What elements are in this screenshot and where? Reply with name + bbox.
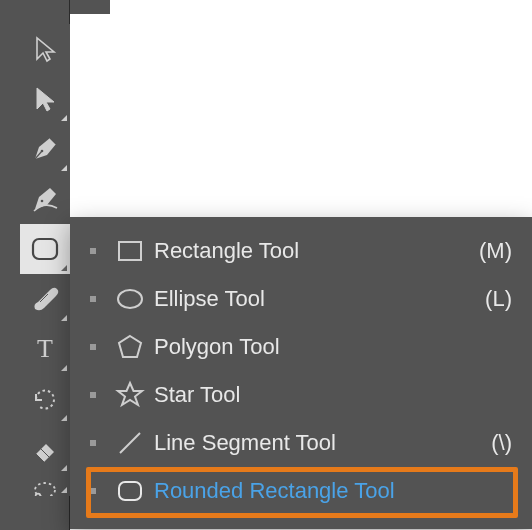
rounded-rectangle-icon <box>29 233 61 265</box>
tearoff-grip-icon <box>90 248 96 254</box>
menu-item-rectangle[interactable]: Rectangle Tool (M) <box>70 227 532 275</box>
selection-tool[interactable] <box>20 24 70 74</box>
menu-item-label: Line Segment Tool <box>150 430 481 456</box>
type-tool[interactable]: T <box>20 324 70 374</box>
menu-item-polygon[interactable]: Polygon Tool <box>70 323 532 371</box>
tearoff-grip-icon <box>90 296 96 302</box>
lasso-tool[interactable] <box>20 474 70 496</box>
submenu-indicator-icon <box>61 265 67 271</box>
rectangle-tool[interactable] <box>20 224 70 274</box>
direct-selection-icon <box>31 85 59 113</box>
eraser-tool[interactable] <box>20 424 70 474</box>
menu-item-star[interactable]: Star Tool <box>70 371 532 419</box>
line-segment-icon <box>110 428 150 458</box>
rotate-icon <box>30 384 60 414</box>
rounded-rectangle-icon <box>110 476 150 506</box>
svg-line-10 <box>120 433 140 453</box>
svg-marker-8 <box>119 336 141 357</box>
submenu-indicator-icon <box>61 465 67 471</box>
svg-point-5 <box>36 494 41 496</box>
svg-point-1 <box>41 200 44 203</box>
menu-item-rounded-rectangle[interactable]: Rounded Rectangle Tool <box>70 467 532 515</box>
pen-tool[interactable] <box>20 124 70 174</box>
paintbrush-icon <box>30 284 60 314</box>
menu-item-shortcut: (\) <box>491 430 512 456</box>
submenu-indicator-icon <box>61 315 67 321</box>
eraser-icon <box>30 434 60 464</box>
svg-rect-2 <box>33 239 57 259</box>
menu-item-shortcut: (M) <box>479 238 512 264</box>
menu-item-ellipse[interactable]: Ellipse Tool (L) <box>70 275 532 323</box>
submenu-indicator-icon <box>61 165 67 171</box>
svg-marker-9 <box>118 383 142 405</box>
svg-point-7 <box>118 290 142 308</box>
tearoff-grip-icon <box>90 344 96 350</box>
svg-rect-6 <box>119 242 141 260</box>
tearoff-grip-icon <box>90 392 96 398</box>
submenu-indicator-icon <box>61 115 67 121</box>
direct-selection-tool[interactable] <box>20 74 70 124</box>
submenu-indicator-icon <box>61 487 67 493</box>
curvature-tool[interactable] <box>20 174 70 224</box>
menu-item-label: Polygon Tool <box>150 334 502 360</box>
toolbar: T <box>20 24 70 496</box>
lasso-icon <box>30 478 60 496</box>
menu-item-shortcut: (L) <box>485 286 512 312</box>
shape-tool-flyout: Rectangle Tool (M) Ellipse Tool (L) Poly… <box>70 217 532 529</box>
menu-item-label: Rectangle Tool <box>150 238 469 264</box>
menu-item-label: Star Tool <box>150 382 502 408</box>
submenu-indicator-icon <box>61 365 67 371</box>
tearoff-grip-icon <box>90 440 96 446</box>
svg-rect-11 <box>119 482 141 500</box>
ellipse-icon <box>110 284 150 314</box>
star-icon <box>110 380 150 410</box>
type-icon: T <box>30 334 60 364</box>
curvature-icon <box>30 184 60 214</box>
polygon-icon <box>110 332 150 362</box>
menu-item-label: Rounded Rectangle Tool <box>150 478 502 504</box>
menu-item-line-segment[interactable]: Line Segment Tool (\) <box>70 419 532 467</box>
selection-icon <box>31 35 59 63</box>
menu-item-label: Ellipse Tool <box>150 286 475 312</box>
submenu-indicator-icon <box>61 415 67 421</box>
svg-text:T: T <box>37 334 53 363</box>
pen-icon <box>30 134 60 164</box>
tearoff-grip-icon <box>90 488 96 494</box>
rectangle-icon <box>110 236 150 266</box>
rotate-tool[interactable] <box>20 374 70 424</box>
paintbrush-tool[interactable] <box>20 274 70 324</box>
